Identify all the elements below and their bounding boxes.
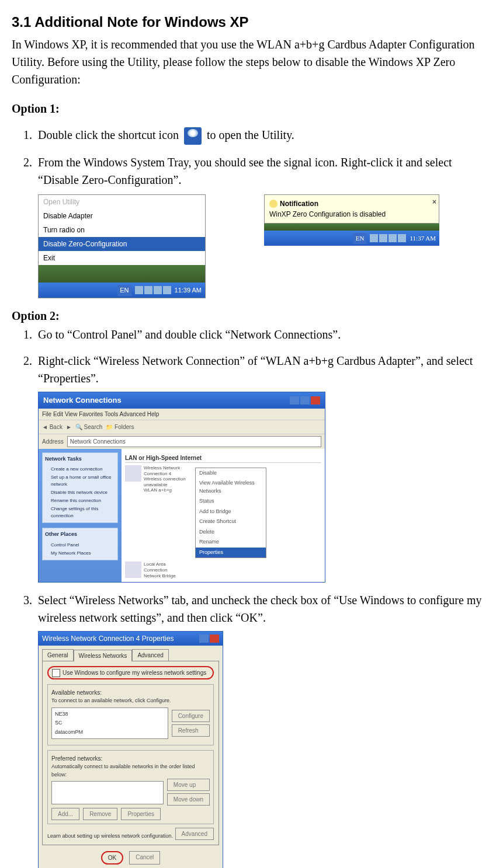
preferred-networks-desc: Automatically connect to available netwo… bbox=[51, 763, 210, 779]
use-windows-checkbox-row[interactable]: Use Windows to configure my wireless net… bbox=[47, 666, 214, 679]
cancel-button[interactable]: Cancel bbox=[129, 851, 160, 864]
minimize-icon[interactable] bbox=[290, 396, 299, 405]
available-networks-list[interactable]: NE38 SC datacomPM bbox=[51, 707, 168, 740]
other-places-heading: Other Places bbox=[45, 531, 115, 539]
close-icon[interactable] bbox=[311, 396, 320, 405]
menu-disable-adapter[interactable]: Disable Adapter bbox=[39, 209, 205, 223]
lan-connection-item[interactable]: Local Area Connection Network Bridge bbox=[125, 562, 189, 578]
option-1-heading: Option 1: bbox=[12, 100, 491, 117]
option2-step-3-text: Select “Wireless Networks” tab, and unch… bbox=[38, 594, 481, 624]
configure-button[interactable]: Configure bbox=[172, 710, 210, 722]
link-network-places[interactable]: My Network Places bbox=[45, 549, 115, 557]
task-change-settings[interactable]: Change settings of this connection bbox=[45, 505, 115, 520]
balloon-close-icon[interactable]: × bbox=[432, 197, 436, 207]
remove-button[interactable]: Remove bbox=[83, 808, 117, 820]
option2-step-1: Go to “Control Panel” and double click “… bbox=[35, 326, 491, 343]
option-2-heading: Option 2: bbox=[12, 307, 491, 325]
advanced-button[interactable]: Advanced bbox=[175, 828, 214, 840]
tab-advanced[interactable]: Advanced bbox=[132, 649, 168, 661]
option2-step-3: Select “Wireless Networks” tab, and unch… bbox=[35, 591, 491, 868]
ctx-create-shortcut[interactable]: Create Shortcut bbox=[196, 517, 266, 527]
balloon-title-text: Notification bbox=[280, 198, 318, 209]
step2-text: From the Windows System Tray, you should… bbox=[38, 156, 452, 186]
task-disable-device[interactable]: Disable this network device bbox=[45, 489, 115, 497]
nc-menubar[interactable]: File Edit View Favorites Tools Advanced … bbox=[39, 409, 325, 420]
properties-dialog: Wireless Network Connection 4 Properties… bbox=[38, 631, 223, 868]
notification-balloon-figure: × Notification WinXP Zero Configuration … bbox=[264, 194, 439, 298]
option2-step-2-text: Right-click “Wireless Network Connection… bbox=[38, 354, 473, 385]
tray-icons bbox=[135, 286, 171, 294]
menu-open-utility[interactable]: Open Utility bbox=[39, 195, 205, 209]
section-heading: 3.1 Additional Note for Windows XP bbox=[12, 12, 491, 33]
context-menu: Disable View Available Wireless Networks… bbox=[195, 468, 266, 559]
wlan-shortcut-icon bbox=[184, 127, 202, 145]
menu-turn-radio-on[interactable]: Turn radio on bbox=[39, 223, 205, 237]
use-windows-checkbox[interactable] bbox=[52, 669, 60, 677]
preferred-networks-label: Preferred networks: bbox=[51, 754, 210, 763]
props-title-text: Wireless Network Connection 4 Properties bbox=[42, 633, 174, 644]
nc-toolbar: ◄ Back ► 🔍 Search 📁 Folders bbox=[39, 420, 325, 434]
balloon-body-text: WinXP Zero Configuration is disabled bbox=[269, 209, 434, 219]
network-connections-window: Network Connections File Edit View Favor… bbox=[38, 392, 325, 583]
address-field[interactable]: Network Connections bbox=[67, 436, 321, 447]
add-button[interactable]: Add... bbox=[51, 808, 79, 820]
nc-window-title: Network Connections bbox=[43, 395, 122, 406]
preferred-networks-list[interactable] bbox=[51, 781, 164, 804]
network-tasks-heading: Network Tasks bbox=[45, 455, 115, 463]
ctx-status[interactable]: Status bbox=[196, 496, 266, 507]
ok-button[interactable]: OK bbox=[101, 851, 123, 864]
use-windows-label: Use Windows to configure my wireless net… bbox=[63, 668, 206, 677]
lang-indicator-2: EN bbox=[353, 233, 367, 244]
lan-icon bbox=[125, 562, 141, 578]
option2-step-2: Right-click “Wireless Network Connection… bbox=[35, 352, 491, 583]
props-close-icon[interactable] bbox=[210, 635, 219, 643]
taskbar-2: EN 11:37 AM bbox=[264, 231, 439, 246]
ctx-rename[interactable]: Rename bbox=[196, 537, 266, 548]
available-networks-label: Available networks: bbox=[51, 688, 210, 697]
ctx-properties[interactable]: Properties bbox=[196, 548, 266, 558]
ctx-add-bridge[interactable]: Add to Bridge bbox=[196, 507, 266, 517]
back-button[interactable]: ◄ Back bbox=[42, 423, 63, 431]
address-label: Address bbox=[42, 437, 64, 446]
taskbar-1: EN 11:39 AM bbox=[39, 283, 205, 298]
tray-context-menu-figure: Open Utility Disable Adapter Turn radio … bbox=[38, 194, 206, 298]
lang-indicator: EN bbox=[117, 285, 131, 296]
wireless-connection-item[interactable]: Wireless Network Connection 4 Wireless c… bbox=[125, 465, 189, 559]
ctx-view-networks[interactable]: View Available Wireless Networks bbox=[196, 478, 266, 496]
tab-wireless-networks[interactable]: Wireless Networks bbox=[74, 650, 133, 661]
forward-button[interactable]: ► bbox=[66, 423, 72, 431]
tray-icons-2 bbox=[370, 234, 406, 242]
menu-exit[interactable]: Exit bbox=[39, 251, 205, 265]
clock-1: 11:39 AM bbox=[175, 285, 202, 295]
moveup-button[interactable]: Move up bbox=[167, 779, 210, 791]
clock-2: 11:37 AM bbox=[410, 233, 436, 243]
task-setup-network[interactable]: Set up a home or small office network bbox=[45, 473, 115, 489]
ctx-disable[interactable]: Disable bbox=[196, 468, 266, 479]
step1-post-text: to open the Utility. bbox=[207, 128, 294, 141]
folders-button[interactable]: 📁 Folders bbox=[106, 423, 134, 431]
maximize-icon[interactable] bbox=[300, 396, 310, 405]
option1-step-1: Double click the shortcut icon to open t… bbox=[35, 126, 491, 145]
option1-step-2: From the Windows System Tray, you should… bbox=[35, 154, 491, 298]
search-button[interactable]: 🔍 Search bbox=[75, 423, 102, 431]
help-icon[interactable] bbox=[199, 635, 209, 643]
refresh-button[interactable]: Refresh bbox=[172, 724, 210, 737]
step1-pre-text: Double click the shortcut icon bbox=[38, 128, 182, 141]
learn-about-link[interactable]: Learn about setting up wireless network … bbox=[47, 832, 175, 841]
ctx-delete[interactable]: Delete bbox=[196, 527, 266, 538]
tab-general[interactable]: General bbox=[42, 649, 74, 661]
available-networks-desc: To connect to an available network, clic… bbox=[51, 697, 210, 705]
link-control-panel[interactable]: Control Panel bbox=[45, 541, 115, 549]
movedown-button[interactable]: Move down bbox=[167, 793, 210, 806]
intro-paragraph: In Windows XP, it is recommended that yo… bbox=[12, 36, 491, 88]
wireless-icon bbox=[125, 465, 141, 482]
menu-disable-zero-config[interactable]: Disable Zero-Configuration bbox=[39, 237, 205, 251]
task-create-connection[interactable]: Create a new connection bbox=[45, 465, 115, 473]
group-lan-heading: LAN or High-Speed Internet bbox=[125, 454, 321, 463]
notification-icon bbox=[269, 200, 277, 208]
properties-button[interactable]: Properties bbox=[121, 808, 161, 820]
task-rename-connection[interactable]: Rename this connection bbox=[45, 497, 115, 505]
